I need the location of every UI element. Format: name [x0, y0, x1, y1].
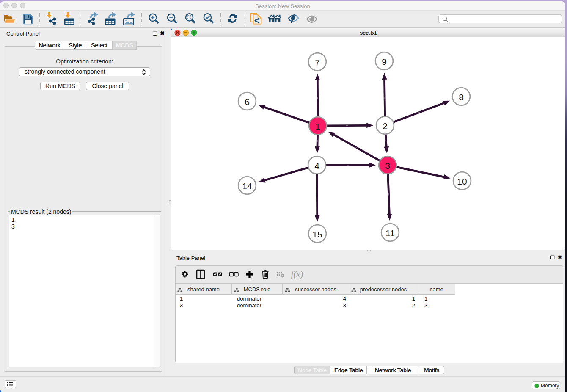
svg-text:6: 6 [245, 97, 250, 107]
svg-text:8: 8 [459, 92, 464, 102]
svg-text:14: 14 [242, 181, 252, 191]
svg-text:2: 2 [383, 121, 388, 131]
svg-text:4: 4 [314, 161, 319, 171]
svg-text:11: 11 [385, 228, 395, 238]
svg-text:10: 10 [457, 177, 467, 186]
svg-text:15: 15 [312, 229, 322, 239]
svg-text:f(x): f(x) [291, 269, 303, 279]
svg-text:1: 1 [315, 121, 320, 131]
svg-text:7: 7 [315, 58, 320, 67]
svg-text:9: 9 [382, 57, 387, 66]
svg-text:3: 3 [385, 161, 390, 171]
